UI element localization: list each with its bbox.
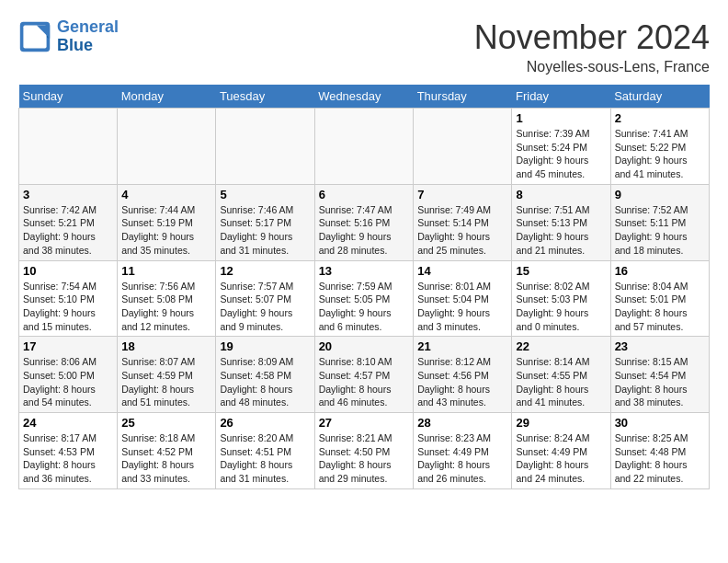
day-number: 29 [516, 416, 606, 430]
calendar-header-row: SundayMondayTuesdayWednesdayThursdayFrid… [19, 85, 710, 109]
day-number: 17 [23, 339, 113, 353]
day-number: 11 [121, 264, 211, 278]
day-info: Sunrise: 8:02 AM Sunset: 5:03 PM Dayligh… [516, 280, 606, 334]
calendar-cell: 30Sunrise: 8:25 AM Sunset: 4:48 PM Dayli… [610, 413, 709, 489]
day-number: 1 [516, 111, 606, 125]
title-block: November 2024 Noyelles-sous-Lens, France [474, 18, 710, 75]
calendar-cell: 1Sunrise: 7:39 AM Sunset: 5:24 PM Daylig… [512, 109, 610, 185]
day-number: 10 [23, 264, 113, 278]
weekday-header: Sunday [19, 85, 118, 109]
day-info: Sunrise: 7:44 AM Sunset: 5:19 PM Dayligh… [121, 203, 211, 258]
day-info: Sunrise: 7:52 AM Sunset: 5:11 PM Dayligh… [615, 203, 705, 258]
day-number: 15 [516, 264, 606, 278]
day-info: Sunrise: 8:12 AM Sunset: 4:56 PM Dayligh… [417, 355, 507, 409]
day-info: Sunrise: 8:15 AM Sunset: 4:54 PM Dayligh… [615, 355, 705, 409]
day-info: Sunrise: 7:59 AM Sunset: 5:05 PM Dayligh… [319, 280, 410, 334]
month-title: November 2024 [474, 18, 710, 57]
day-number: 8 [516, 188, 606, 201]
weekday-header: Friday [512, 85, 610, 109]
day-info: Sunrise: 8:01 AM Sunset: 5:04 PM Dayligh… [417, 280, 507, 334]
day-number: 24 [23, 416, 113, 430]
day-number: 4 [121, 188, 211, 201]
day-number: 16 [615, 264, 705, 278]
calendar: SundayMondayTuesdayWednesdayThursdayFrid… [18, 85, 710, 489]
calendar-cell [414, 109, 512, 185]
calendar-cell: 27Sunrise: 8:21 AM Sunset: 4:50 PM Dayli… [314, 413, 414, 489]
day-info: Sunrise: 7:47 AM Sunset: 5:16 PM Dayligh… [319, 203, 410, 258]
calendar-cell: 12Sunrise: 7:57 AM Sunset: 5:07 PM Dayli… [216, 260, 314, 337]
day-number: 21 [417, 339, 507, 353]
day-number: 9 [615, 188, 705, 201]
day-info: Sunrise: 8:17 AM Sunset: 4:53 PM Dayligh… [23, 431, 113, 486]
day-info: Sunrise: 8:09 AM Sunset: 4:58 PM Dayligh… [220, 355, 310, 409]
logo-text: General Blue [57, 18, 119, 55]
calendar-cell: 2Sunrise: 7:41 AM Sunset: 5:22 PM Daylig… [610, 109, 709, 185]
calendar-cell: 26Sunrise: 8:20 AM Sunset: 4:51 PM Dayli… [216, 413, 314, 489]
weekday-header: Monday [118, 85, 216, 109]
day-info: Sunrise: 8:10 AM Sunset: 4:57 PM Dayligh… [319, 355, 410, 409]
calendar-cell: 28Sunrise: 8:23 AM Sunset: 4:49 PM Dayli… [414, 413, 512, 489]
calendar-cell [216, 109, 314, 185]
day-number: 2 [615, 111, 705, 125]
day-info: Sunrise: 8:25 AM Sunset: 4:48 PM Dayligh… [615, 431, 705, 486]
day-info: Sunrise: 7:41 AM Sunset: 5:22 PM Dayligh… [615, 127, 705, 181]
calendar-cell: 29Sunrise: 8:24 AM Sunset: 4:49 PM Dayli… [512, 413, 610, 489]
day-number: 14 [417, 264, 507, 278]
calendar-cell: 24Sunrise: 8:17 AM Sunset: 4:53 PM Dayli… [19, 413, 118, 489]
day-number: 13 [319, 264, 410, 278]
day-info: Sunrise: 7:39 AM Sunset: 5:24 PM Dayligh… [516, 127, 606, 181]
calendar-cell: 10Sunrise: 7:54 AM Sunset: 5:10 PM Dayli… [19, 260, 118, 337]
day-info: Sunrise: 7:56 AM Sunset: 5:08 PM Dayligh… [121, 280, 211, 334]
day-number: 12 [220, 264, 310, 278]
location: Noyelles-sous-Lens, France [474, 59, 710, 75]
calendar-week-row: 24Sunrise: 8:17 AM Sunset: 4:53 PM Dayli… [19, 413, 710, 489]
calendar-cell: 4Sunrise: 7:44 AM Sunset: 5:19 PM Daylig… [118, 184, 216, 260]
calendar-cell: 3Sunrise: 7:42 AM Sunset: 5:21 PM Daylig… [19, 184, 118, 260]
calendar-cell: 17Sunrise: 8:06 AM Sunset: 5:00 PM Dayli… [19, 337, 118, 413]
calendar-cell: 21Sunrise: 8:12 AM Sunset: 4:56 PM Dayli… [414, 337, 512, 413]
calendar-cell [314, 109, 414, 185]
calendar-cell: 9Sunrise: 7:52 AM Sunset: 5:11 PM Daylig… [610, 184, 709, 260]
calendar-cell: 18Sunrise: 8:07 AM Sunset: 4:59 PM Dayli… [118, 337, 216, 413]
day-info: Sunrise: 8:14 AM Sunset: 4:55 PM Dayligh… [516, 355, 606, 409]
weekday-header: Thursday [414, 85, 512, 109]
day-info: Sunrise: 8:18 AM Sunset: 4:52 PM Dayligh… [121, 431, 211, 486]
day-info: Sunrise: 7:57 AM Sunset: 5:07 PM Dayligh… [220, 280, 310, 334]
calendar-cell: 6Sunrise: 7:47 AM Sunset: 5:16 PM Daylig… [314, 184, 414, 260]
day-number: 30 [615, 416, 705, 430]
calendar-cell: 15Sunrise: 8:02 AM Sunset: 5:03 PM Dayli… [512, 260, 610, 337]
day-info: Sunrise: 8:04 AM Sunset: 5:01 PM Dayligh… [615, 280, 705, 334]
calendar-cell: 16Sunrise: 8:04 AM Sunset: 5:01 PM Dayli… [610, 260, 709, 337]
day-info: Sunrise: 8:06 AM Sunset: 5:00 PM Dayligh… [23, 355, 113, 409]
day-number: 19 [220, 339, 310, 353]
day-info: Sunrise: 8:24 AM Sunset: 4:49 PM Dayligh… [516, 431, 606, 486]
calendar-cell: 20Sunrise: 8:10 AM Sunset: 4:57 PM Dayli… [314, 337, 414, 413]
day-number: 5 [220, 188, 310, 201]
logo-icon [18, 20, 51, 53]
calendar-cell: 5Sunrise: 7:46 AM Sunset: 5:17 PM Daylig… [216, 184, 314, 260]
page-header: General Blue November 2024 Noyelles-sous… [18, 18, 710, 75]
day-info: Sunrise: 7:42 AM Sunset: 5:21 PM Dayligh… [23, 203, 113, 258]
day-number: 25 [121, 416, 211, 430]
day-number: 26 [220, 416, 310, 430]
day-info: Sunrise: 7:46 AM Sunset: 5:17 PM Dayligh… [220, 203, 310, 258]
day-number: 20 [319, 339, 410, 353]
day-info: Sunrise: 7:49 AM Sunset: 5:14 PM Dayligh… [417, 203, 507, 258]
day-number: 6 [319, 188, 410, 201]
calendar-week-row: 3Sunrise: 7:42 AM Sunset: 5:21 PM Daylig… [19, 184, 710, 260]
day-info: Sunrise: 7:54 AM Sunset: 5:10 PM Dayligh… [23, 280, 113, 334]
calendar-cell: 22Sunrise: 8:14 AM Sunset: 4:55 PM Dayli… [512, 337, 610, 413]
calendar-week-row: 10Sunrise: 7:54 AM Sunset: 5:10 PM Dayli… [19, 260, 710, 337]
day-number: 18 [121, 339, 211, 353]
day-number: 23 [615, 339, 705, 353]
calendar-cell: 19Sunrise: 8:09 AM Sunset: 4:58 PM Dayli… [216, 337, 314, 413]
weekday-header: Saturday [610, 85, 709, 109]
day-number: 27 [319, 416, 410, 430]
day-number: 3 [23, 188, 113, 201]
logo: General Blue [18, 18, 119, 55]
calendar-cell: 23Sunrise: 8:15 AM Sunset: 4:54 PM Dayli… [610, 337, 709, 413]
calendar-cell: 11Sunrise: 7:56 AM Sunset: 5:08 PM Dayli… [118, 260, 216, 337]
calendar-cell [19, 109, 118, 185]
day-info: Sunrise: 7:51 AM Sunset: 5:13 PM Dayligh… [516, 203, 606, 258]
day-info: Sunrise: 8:20 AM Sunset: 4:51 PM Dayligh… [220, 431, 310, 486]
